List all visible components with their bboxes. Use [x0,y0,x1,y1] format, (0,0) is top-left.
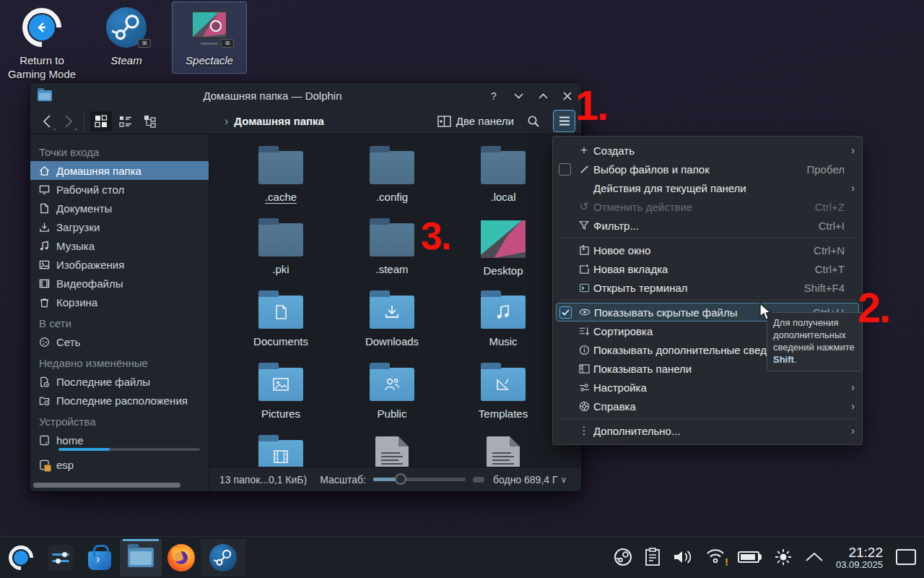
desktop-icon [39,184,50,195]
split-view-button[interactable]: Две панели [437,115,514,127]
submenu-arrow-icon: › [845,182,855,194]
show-desktop-button[interactable] [895,548,917,566]
hidden-folder-icon [370,151,414,184]
battery-icon[interactable] [738,551,762,563]
steam-task-button[interactable] [201,539,245,577]
sidebar-item-label: Документы [56,202,112,215]
back-button[interactable]: ⌄ [36,111,58,131]
menu-item-new-window[interactable]: Новое окноCtrl+N [553,241,862,259]
sidebar-item-home-device[interactable]: home [30,431,209,455]
sidebar-item-trash[interactable]: Корзина [30,293,209,311]
launcher-icon [7,544,35,571]
breadcrumb-location[interactable]: Домашняя папка [234,115,324,127]
desktop-icon-steam[interactable]: ⊞ Steam [89,6,164,67]
menu-item-help[interactable]: Справка› [553,397,862,415]
firefox-button[interactable] [162,539,201,577]
file-item-music[interactable]: Music [448,289,559,361]
file-item-local[interactable]: .local [448,144,559,217]
menu-item-configure[interactable]: Настройка› [553,378,862,397]
file-item-partial-videos[interactable] [225,434,336,467]
zoom-slider[interactable] [373,478,466,481]
hamburger-menu-button[interactable] [553,110,575,132]
discover-button[interactable] [79,539,120,577]
clipboard-icon[interactable] [645,548,661,566]
arrow-left-icon [35,21,48,34]
desktop-icon-spectacle[interactable]: ⊞ Spectacle [172,6,247,67]
close-button[interactable] [561,90,574,103]
file-view[interactable]: .cache .config .local .pki [209,134,581,467]
file-item-public[interactable]: Public [336,361,448,434]
maximize-button[interactable] [536,90,549,103]
eye-icon [575,308,594,316]
free-space-indicator[interactable]: бодно 689,4 Г ∨ [493,474,567,486]
recent-section-header: Недавно изменённые [30,351,209,372]
menu-item-open-terminal[interactable]: Открыть терминалShift+F4 [553,278,862,297]
help-button[interactable]: ? [487,90,500,103]
file-item-partial-file-2[interactable] [448,434,559,467]
search-button[interactable] [523,111,544,131]
details-view-button[interactable] [115,111,136,131]
desktop-icon-label: Return to Gaming Mode [4,53,79,81]
wifi-alert-badge: ! [725,556,728,568]
file-item-desktop[interactable]: Desktop [448,217,559,289]
dolphin-task-button[interactable] [120,539,162,577]
sidebar-item-documents[interactable]: Документы [30,199,209,217]
sidebar-item-downloads[interactable]: Загрузки [30,217,209,236]
system-settings-button[interactable] [42,539,79,577]
forward-button[interactable]: ⌄ [58,111,79,131]
sidebar-item-label: Видеофайлы [56,277,123,290]
menu-item-new-tab[interactable]: Новая вкладкаCtrl+T [553,259,862,278]
sidebar-item-recent-locations[interactable]: Последние расположения [30,391,209,410]
sidebar-item-recent-files[interactable]: Последние файлы [30,372,209,391]
free-space-chevron-icon[interactable]: ∨ [561,475,567,485]
file-item-cache[interactable]: .cache [225,144,336,217]
tree-view-button[interactable] [139,111,161,131]
file-item-documents[interactable]: Documents [225,289,336,361]
status-bar: 13 папок...0,1 КиБ) Масштаб: бодно 689,4… [209,467,581,491]
checkbox-unchecked[interactable] [559,163,571,176]
sidebar-item-pictures[interactable]: Изображения [30,255,209,274]
sidebar-item-videos[interactable]: Видеофайлы [30,274,209,293]
volume-icon[interactable] [673,548,693,566]
forward-dropdown-icon[interactable]: ⌄ [74,125,79,131]
zoom-slider-knob[interactable] [395,473,406,485]
app-launcher-button[interactable] [0,539,42,577]
file-item-pki[interactable]: .pki [225,217,336,289]
clock-time: 21:22 [836,545,883,560]
network-status[interactable]: ! [705,548,725,566]
submenu-arrow-icon: › [845,425,855,436]
icons-view-button[interactable] [90,111,112,131]
file-item-templates[interactable]: Templates [448,361,559,434]
file-item-downloads[interactable]: Downloads [336,289,448,361]
menu-item-more[interactable]: ⋮ Дополнительно...› [553,421,862,440]
menu-item-select-files[interactable]: Выбор файлов и папокПробел [553,160,862,178]
breadcrumb[interactable]: › Домашняя папка [225,115,324,128]
desktop-icon-return-to-gaming-mode[interactable]: Return to Gaming Mode [4,6,79,81]
file-item-partial-file-1[interactable] [336,434,448,467]
tray-expander-chevron-icon[interactable] [805,552,824,562]
sidebar-item-desktop[interactable]: Рабочий стол [30,180,209,199]
clock[interactable]: 21:22 03.09.2025 [836,545,883,570]
zoom-label: Масштаб: [320,474,366,486]
file-item-pictures[interactable]: Pictures [225,361,336,434]
menu-item-filter[interactable]: Фильтр...Ctrl+I [553,216,862,235]
checkbox-checked[interactable] [559,306,572,319]
menu-item-panel-actions[interactable]: Действия для текущей панели› [553,178,862,197]
sidebar-item-network[interactable]: Сеть [30,332,209,351]
terminal-icon [575,282,593,293]
sidebar-item-esp-device[interactable]: esp [30,455,209,474]
help-lifebuoy-icon [575,401,593,412]
sidebar-item-music[interactable]: Музыка [30,236,209,255]
tree-view-icon [144,115,157,128]
sidebar-horizontal-scrollbar[interactable] [33,483,180,488]
file-name: Music [489,335,517,348]
sidebar-item-home[interactable]: Домашняя папка [30,161,209,180]
minimize-button[interactable] [512,90,525,103]
brightness-icon[interactable] [774,548,793,566]
file-item-config[interactable]: .config [336,144,448,217]
back-dropdown-icon[interactable]: ⌄ [52,125,57,131]
menu-item-create-new[interactable]: + Создать› [553,141,862,160]
public-folder-icon [370,368,414,401]
titlebar[interactable]: Домашняя папка — Dolphin ? [30,83,581,108]
steam-tray-icon[interactable] [614,548,632,566]
